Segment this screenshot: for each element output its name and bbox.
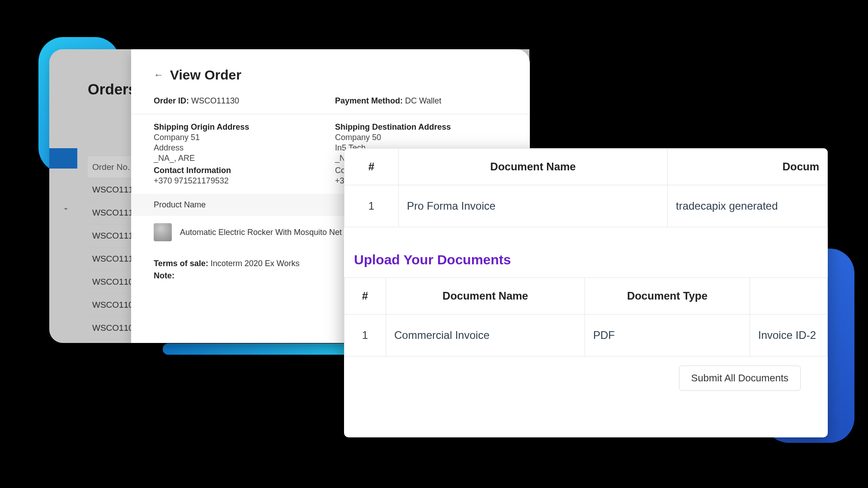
divider: [131, 114, 530, 114]
payment-method-label: Payment Method:: [335, 96, 403, 105]
upload-col-name: Document Name: [386, 278, 585, 314]
upload-row-name: Commercial Invoice: [386, 314, 585, 357]
upload-row-num: 1: [344, 314, 386, 357]
generated-document-row[interactable]: 1 Pro Forma Invoice tradecapix generated: [344, 185, 828, 227]
origin-company: Company 51: [154, 133, 326, 142]
upload-col-extra: [750, 278, 828, 314]
upload-documents-title: Upload Your Documents: [344, 252, 828, 277]
note-label: Note:: [154, 271, 175, 280]
documents-panel: # Document Name Docum 1 Pro Forma Invoic…: [344, 148, 828, 437]
order-id-label: Order ID:: [154, 96, 189, 105]
gen-col-type-partial: Docum: [668, 149, 828, 185]
upload-row-type: PDF: [585, 314, 750, 357]
chevron-down-icon[interactable]: ⌄: [63, 203, 69, 211]
destination-heading: Shipping Destination Address: [335, 122, 507, 132]
origin-address: Address: [154, 143, 326, 153]
sidebar-active-indicator: [49, 148, 77, 169]
upload-document-row[interactable]: 1 Commercial Invoice PDF Invoice ID-2: [344, 314, 828, 357]
destination-company: Company 50: [335, 133, 507, 142]
origin-heading: Shipping Origin Address: [154, 122, 326, 132]
gen-row-name: Pro Forma Invoice: [399, 185, 668, 227]
product-thumbnail: [154, 223, 172, 241]
origin-phone: +370 971521179532: [154, 176, 326, 186]
product-name-value: Automatic Electric Rocker With Mosquito …: [180, 228, 367, 237]
gen-col-num: #: [344, 149, 399, 185]
back-arrow-icon[interactable]: ←: [154, 69, 164, 81]
gen-row-num: 1: [344, 185, 399, 227]
upload-documents-table: # Document Name Document Type 1 Commerci…: [344, 277, 828, 357]
decorative-bar: [163, 343, 357, 355]
gen-col-name: Document Name: [399, 149, 668, 185]
view-order-title: View Order: [170, 67, 241, 83]
orders-title: Orders: [88, 81, 137, 98]
upload-row-extra: Invoice ID-2: [750, 314, 828, 357]
terms-label: Terms of sale:: [154, 259, 208, 268]
origin-region: _NA_, ARE: [154, 154, 326, 163]
generated-documents-table: # Document Name Docum 1 Pro Forma Invoic…: [344, 148, 828, 227]
submit-all-documents-button[interactable]: Submit All Documents: [679, 366, 801, 391]
order-id-value: WSCO11130: [191, 96, 239, 105]
upload-col-num: #: [344, 278, 386, 314]
upload-col-type: Document Type: [585, 278, 750, 314]
gen-row-type: tradecapix generated: [668, 185, 828, 227]
payment-method-value: DC Wallet: [405, 96, 441, 105]
origin-contact-heading: Contact Information: [154, 166, 326, 175]
terms-value: Incoterm 2020 Ex Works: [211, 259, 300, 268]
